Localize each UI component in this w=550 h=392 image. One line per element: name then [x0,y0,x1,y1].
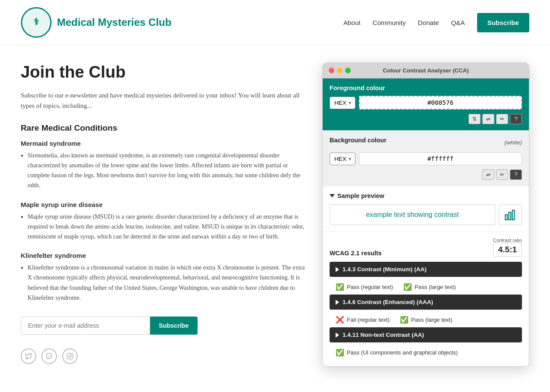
nav-community[interactable]: Community [373,19,406,26]
fg-help-button[interactable]: ? [510,114,522,124]
instagram-icon[interactable] [62,348,78,364]
fg-toolbar: ⇅ ⇌ ✏ ? [330,114,522,124]
email-input[interactable] [21,317,150,335]
wcag-label: WCAG 2.1 results [330,250,382,257]
fail-icon-146-regular: ❌ [336,316,344,324]
fg-value-input[interactable] [359,96,522,110]
sample-text-box: example text showing contrast [330,204,495,225]
svg-rect-5 [505,215,507,220]
twitter-icon[interactable] [21,348,36,364]
pass-item-1411-ui: ✅ Pass (UI components and graphical obje… [336,348,458,357]
condition-title-mermaid: Mermaid syndrome [21,140,305,147]
sample-preview-row: example text showing contrast [330,204,522,225]
nav-qanda[interactable]: Q&A [451,19,465,26]
svg-rect-6 [509,212,511,220]
expand-icon-146 [336,300,339,305]
wcag-result-146[interactable]: 1.4.6 Contrast (Enhanced) (AAA) [330,295,522,310]
minimize-button[interactable] [337,68,343,73]
pass-icon-143-regular: ✅ [336,283,344,291]
fail-text-146-regular: Fail (regular text) [347,317,390,323]
header-subscribe-button[interactable]: Subscribe [477,13,529,32]
site-title: Medical Mysteries Club [57,16,171,28]
fg-format-select-wrapper: HEX [330,97,355,109]
bg-format-select-wrapper: HEX [330,153,355,165]
condition-mermaid: Mermaid syndrome Sirenomelia, also known… [21,140,305,191]
svg-rect-7 [512,210,515,220]
bg-format-select[interactable]: HEX [330,153,355,165]
sample-chart-button[interactable] [499,204,522,225]
wcag-pass-row-146: ❌ Fail (regular text) ✅ Pass (large text… [330,312,522,327]
fg-label: Foreground colour [330,85,522,91]
svg-rect-2 [67,353,72,359]
cca-window: Colour Contrast Analyser (CCA) Foregroun… [322,63,529,367]
email-subscribe-button[interactable]: Subscribe [150,317,198,335]
logo-area: ⚕ Medical Mysteries Club [21,7,171,38]
bg-input-row: HEX [330,152,522,165]
social-icons [21,348,305,364]
contrast-ratio-value: 4.5:1 [493,243,522,257]
section-title: Rare Medical Conditions [21,123,305,133]
chart-icon [504,209,516,221]
fg-swap-button[interactable]: ⇅ [468,114,481,124]
nav-donate[interactable]: Donate [418,19,439,26]
cca-title: Colour Contrast Analyser (CCA) [383,67,468,74]
svg-text:⚕: ⚕ [34,16,39,27]
bg-picker-button[interactable]: ✏ [496,169,508,180]
sample-collapse-icon[interactable] [330,194,335,198]
bg-settings-button[interactable]: ⇌ [482,169,494,180]
bg-value-input[interactable] [359,152,522,165]
wcag-section: WCAG 2.1 results Contrast ratio 4.5:1 1.… [323,231,529,366]
fg-picker-button[interactable]: ✏ [496,114,508,124]
wcag-result-143[interactable]: 1.4.3 Contrast (Minimum) (AA) [330,262,522,277]
bg-label: Background colour [330,137,387,144]
wcag-result-1411[interactable]: 1.4.11 Non-text Contrast (AA) [330,327,522,342]
bg-toolbar: ⇌ ✏ ? [330,169,522,180]
fail-item-146-regular: ❌ Fail (regular text) [336,316,390,324]
pass-icon-1411-ui: ✅ [336,348,344,357]
fg-input-row: HEX [330,96,522,110]
bg-note: (white) [504,139,522,146]
svg-point-4 [71,354,72,355]
fg-settings-button[interactable]: ⇌ [482,114,494,124]
main-nav: About Community Donate Q&A Subscribe [343,13,529,32]
wcag-pass-row-1411: ✅ Pass (UI components and graphical obje… [330,345,522,360]
pass-item-143-large: ✅ Pass (large text) [403,283,456,291]
close-button[interactable] [329,68,334,73]
page-title: Join the Club [21,63,305,82]
main-content: Join the Club Subscribe to our e-newslet… [21,63,305,364]
email-form: Subscribe [21,317,305,335]
pass-item-146-large: ✅ Pass (large text) [400,316,452,324]
nav-about[interactable]: About [343,19,361,26]
expand-icon-143 [336,267,339,272]
contrast-ratio-box: Contrast ratio 4.5:1 [493,238,522,257]
wcag-result-label-1411: 1.4.11 Non-text Contrast (AA) [343,332,424,338]
svg-point-3 [69,355,71,357]
condition-klinefelter: Klinefelter syndrome Klinefelter syndrom… [21,252,305,303]
condition-title-klinefelter: Klinefelter syndrome [21,252,305,259]
contrast-ratio-label: Contrast ratio [493,238,522,243]
pass-text-146-large: Pass (large text) [411,317,452,323]
cca-titlebar: Colour Contrast Analyser (CCA) [323,63,529,78]
bg-help-button[interactable]: ? [510,169,522,180]
intro-text: Subscribe to our e-newsletter and have m… [21,90,305,111]
wcag-header: WCAG 2.1 results Contrast ratio 4.5:1 [330,238,522,257]
condition-title-maple: Maple syrup urine disease [21,201,305,208]
wcag-result-label-146: 1.4.6 Contrast (Enhanced) (AAA) [343,299,433,305]
maximize-button[interactable] [345,68,351,73]
pass-text-143-regular: Pass (regular text) [347,284,393,290]
sample-preview-label: Sample preview [337,192,384,199]
fg-section: Foreground colour HEX ⇅ ⇌ ✏ ? [323,78,529,130]
pass-item-143-regular: ✅ Pass (regular text) [336,283,393,291]
condition-desc-klinefelter: Klinefelter syndrome is a chromosomal va… [28,263,305,303]
wcag-pass-row-143: ✅ Pass (regular text) ✅ Pass (large text… [330,279,522,295]
sample-preview-section: Sample preview example text showing cont… [323,186,529,231]
condition-desc-maple: Maple syrup urine disease (MSUD) is a ra… [28,212,305,242]
titlebar-buttons [329,68,351,73]
main-layout: Join the Club Subscribe to our e-newslet… [0,45,550,384]
wcag-result-label-143: 1.4.3 Contrast (Minimum) (AA) [343,266,427,273]
twitch-icon[interactable] [41,348,57,364]
pass-text-1411-ui: Pass (UI components and graphical object… [347,349,458,356]
fg-format-select[interactable]: HEX [330,97,355,109]
pass-icon-146-large: ✅ [400,316,409,324]
pass-icon-143-large: ✅ [403,283,412,291]
